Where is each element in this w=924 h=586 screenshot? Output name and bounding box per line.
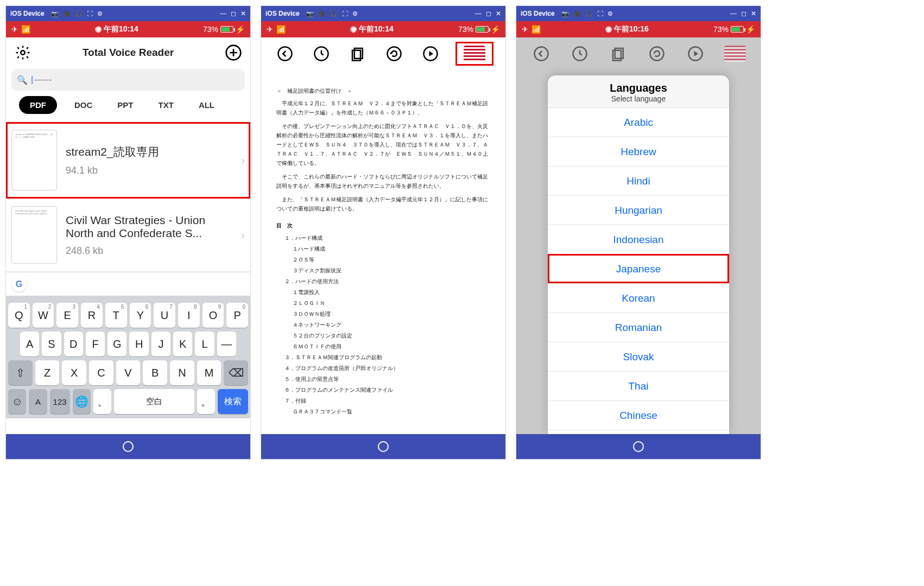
key-T[interactable]: T5 [105, 303, 127, 328]
tab-pdf[interactable]: PDF [19, 96, 57, 114]
key-B[interactable]: B [143, 360, 167, 385]
key-R[interactable]: R4 [81, 303, 103, 328]
key-Q[interactable]: Q1 [8, 303, 30, 328]
video-icon[interactable]: 🎥 [318, 10, 326, 17]
google-icon[interactable]: G [11, 277, 27, 292]
window-close-icon[interactable]: ✕ [496, 10, 501, 17]
key-D[interactable]: D [64, 332, 83, 356]
language-option[interactable]: Hebrew [548, 137, 729, 166]
gear-icon[interactable]: ⚙ [97, 10, 103, 17]
language-option[interactable]: Thai [548, 371, 729, 400]
headphones-icon[interactable]: 🎧 [75, 10, 83, 17]
history-button[interactable] [312, 44, 331, 63]
key-O[interactable]: O9 [202, 303, 224, 328]
language-option[interactable]: Slovak [548, 342, 729, 371]
language-option[interactable]: Japanese [548, 254, 729, 283]
window-maximize-icon[interactable]: ◻ [741, 10, 746, 17]
window-maximize-icon[interactable]: ◻ [486, 10, 491, 17]
expand-icon[interactable]: ⛶ [87, 10, 93, 17]
key-Z[interactable]: Z [35, 360, 60, 385]
key-P[interactable]: P0 [226, 303, 248, 328]
document-view[interactable]: ＜ 補足説明書の位置付け ＞ 平成元年１２月に、ＳＴＲＥＡＭ Ｖ２．４までを対象… [261, 70, 505, 434]
language-option[interactable]: Chinese [548, 400, 729, 430]
search-bar[interactable]: 🔍 | [11, 69, 245, 91]
window-maximize-icon[interactable]: ◻ [231, 10, 236, 17]
video-icon[interactable]: 🎥 [573, 10, 581, 17]
key-A[interactable]: A [20, 332, 39, 356]
key-U[interactable]: U7 [154, 303, 175, 328]
language-option[interactable]: Hindi [548, 166, 729, 195]
letter-mode-key[interactable]: A [29, 389, 47, 414]
key-H[interactable]: H [129, 332, 148, 356]
key-X[interactable]: X [62, 360, 86, 385]
add-button[interactable] [224, 43, 243, 62]
number-mode-key[interactable]: 123 [50, 389, 70, 414]
gear-icon[interactable]: ⚙ [352, 10, 358, 17]
language-option[interactable]: Indonesian [548, 225, 729, 254]
camera-icon[interactable]: 📷 [561, 10, 569, 17]
tab-txt[interactable]: TXT [151, 96, 181, 114]
refresh-button[interactable] [647, 44, 667, 63]
search-input[interactable] [34, 75, 239, 85]
key-G[interactable]: G [107, 332, 126, 356]
back-button[interactable] [275, 44, 295, 63]
space-key[interactable]: 空白 [114, 389, 194, 414]
window-close-icon[interactable]: ✕ [751, 10, 756, 17]
history-button[interactable] [570, 44, 590, 63]
key-J[interactable]: J [151, 332, 170, 356]
back-button[interactable] [531, 44, 551, 63]
tab-ppt[interactable]: PPT [110, 96, 141, 114]
window-minimize-icon[interactable]: — [220, 10, 226, 17]
expand-icon[interactable]: ⛶ [342, 10, 348, 17]
key-I[interactable]: I8 [178, 303, 200, 328]
home-button[interactable] [123, 441, 134, 452]
file-item[interactable]: Civil War Strategies Union North Confede… [6, 199, 250, 272]
shift-key[interactable]: ⇧ [8, 360, 33, 385]
window-minimize-icon[interactable]: — [475, 10, 482, 17]
period-key[interactable]: 。 [197, 389, 215, 414]
gear-icon[interactable]: ⚙ [607, 10, 613, 17]
key-V[interactable]: V [116, 360, 141, 385]
language-flag-button[interactable] [724, 46, 746, 62]
home-button[interactable] [633, 441, 644, 452]
comma-key[interactable]: 、 [93, 389, 111, 414]
key-L[interactable]: L [195, 332, 214, 356]
search-key[interactable]: 検索 [218, 389, 248, 414]
key-M[interactable]: M [197, 360, 221, 385]
key-W[interactable]: W2 [33, 303, 54, 328]
camera-icon[interactable]: 📷 [306, 10, 314, 17]
pages-button[interactable] [348, 44, 368, 63]
tab-doc[interactable]: DOC [67, 96, 100, 114]
home-button[interactable] [378, 441, 389, 452]
key-K[interactable]: K [173, 332, 192, 356]
key-C[interactable]: C [89, 360, 113, 385]
play-button[interactable] [421, 44, 440, 63]
key-N[interactable]: N [170, 360, 194, 385]
key-—[interactable]: — [217, 332, 236, 356]
file-item[interactable]: stream v2 v3 ATRAC EWS SUN4 ... 目次 ハード構成… [6, 122, 250, 199]
key-S[interactable]: S [42, 332, 61, 356]
play-button[interactable] [686, 44, 705, 63]
headphones-icon[interactable]: 🎧 [585, 10, 593, 17]
window-minimize-icon[interactable]: — [730, 10, 737, 17]
headphones-icon[interactable]: 🎧 [330, 10, 338, 17]
language-option[interactable]: Greek [548, 430, 729, 434]
language-option[interactable]: Romanian [548, 313, 729, 342]
expand-icon[interactable]: ⛶ [597, 10, 603, 17]
language-option[interactable]: Korean [548, 283, 729, 313]
video-icon[interactable]: 🎥 [63, 10, 71, 17]
globe-key[interactable]: 🌐 [73, 389, 91, 414]
emoji-key[interactable]: ☺ [8, 389, 26, 414]
language-option[interactable]: Hungarian [548, 195, 729, 225]
window-close-icon[interactable]: ✕ [241, 10, 246, 17]
language-flag-button[interactable] [457, 43, 492, 64]
backspace-key[interactable]: ⌫ [224, 360, 248, 385]
language-option[interactable]: Arabic [548, 107, 729, 137]
key-Y[interactable]: Y6 [130, 303, 151, 328]
settings-button[interactable] [14, 43, 32, 62]
tab-all[interactable]: ALL [191, 96, 222, 114]
pages-button[interactable] [609, 44, 628, 63]
language-list[interactable]: ArabicHebrewHindiHungarianIndonesianJapa… [548, 107, 729, 434]
key-F[interactable]: F [86, 332, 105, 356]
key-E[interactable]: E3 [56, 303, 78, 328]
